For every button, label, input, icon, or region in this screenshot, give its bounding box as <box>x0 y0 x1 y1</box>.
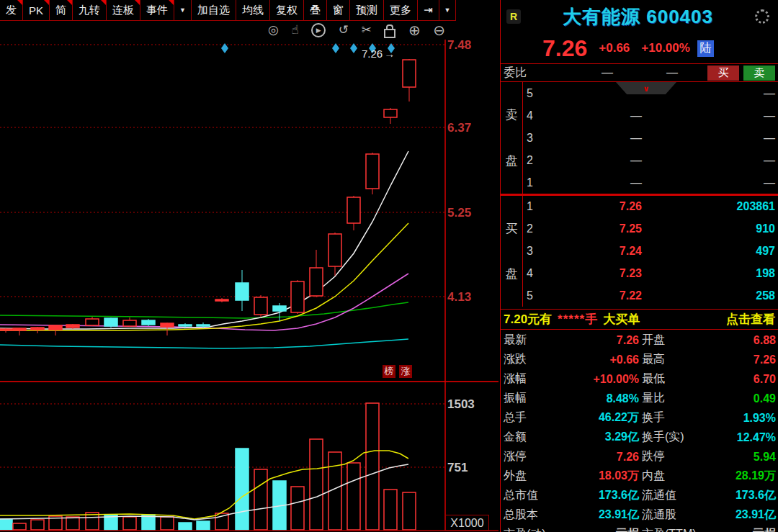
volume: 497 <box>642 245 778 258</box>
volume: 198 <box>642 267 778 280</box>
ticker-unit: 手 <box>585 311 597 328</box>
quote-panel: R 大有能源 600403 7.26 +0.66 +10.00% 陆 委比 — … <box>500 0 778 532</box>
sell-row-4[interactable]: 4—— <box>524 104 778 127</box>
stock-name: 大有能源 <box>563 6 640 27</box>
stats-row-7: 外盘18.03万内盘28.19万 <box>501 466 778 486</box>
stats-row-2: 涨幅+10.00%最低6.70 <box>501 369 778 389</box>
sell-row-1[interactable]: 1—— <box>524 171 778 194</box>
rank-badges: 榜 涨 <box>383 365 412 378</box>
buy-book: 买 盘 17.2620386127.2591037.2449747.231985… <box>501 196 778 307</box>
stats-row-9: 总股本23.91亿流通股23.91亿 <box>501 505 778 525</box>
stats-row-0: 最新7.26开盘6.88 <box>501 330 778 350</box>
kline-canvas[interactable] <box>0 0 500 532</box>
price-tick: 4.13 <box>447 290 471 305</box>
price-tick: 5.25 <box>447 206 471 220</box>
r-marker: R <box>506 9 521 24</box>
buy-row-5[interactable]: 57.22258 <box>524 284 778 307</box>
last-price: 7.26 <box>542 35 587 62</box>
volume: — <box>642 154 778 167</box>
buy-row-1[interactable]: 17.26203861 <box>524 196 778 218</box>
stats-row-5: 金额3.29亿换手(实)12.47% <box>501 428 778 447</box>
chevron-down-icon: ∨ <box>643 85 650 92</box>
price: 7.26 <box>548 200 642 213</box>
buy-row-2[interactable]: 27.25910 <box>524 218 778 240</box>
volume: 203861 <box>642 200 778 213</box>
price: — <box>548 176 642 189</box>
stock-code: 600403 <box>646 6 713 27</box>
volume: 258 <box>642 289 778 302</box>
price: — <box>548 109 642 122</box>
weibi-row: 委比 — — 买 卖 <box>501 63 778 82</box>
price: 7.25 <box>548 222 642 235</box>
price-change: +0.66 <box>599 41 630 55</box>
stats-grid: 最新7.26开盘6.88涨跌+0.66最高7.26涨幅+10.00%最低6.70… <box>501 330 778 532</box>
buy-button[interactable]: 买 <box>707 66 739 81</box>
arrow-icon: → <box>384 48 395 60</box>
price-annotation: 7.26→ <box>362 48 395 60</box>
big-order-ticker[interactable]: 7.20 元有 ***** 手 大买单 点击查看 <box>501 309 778 330</box>
sell-row-3[interactable]: 3—— <box>524 127 778 149</box>
volume-tick: 751 <box>447 461 468 475</box>
stats-row-8: 总市值173.6亿流通值173.6亿 <box>501 486 778 505</box>
price-tick: 6.37 <box>447 121 471 135</box>
volume: — <box>642 132 778 145</box>
weicha-value: — <box>666 66 678 79</box>
buy-row-4[interactable]: 47.23198 <box>524 262 778 284</box>
price: — <box>548 154 642 167</box>
stock-title: 大有能源 600403 <box>521 4 755 30</box>
annotation-price: 7.26 <box>362 48 383 60</box>
price: 7.22 <box>548 289 642 302</box>
exchange-tag: 陆 <box>697 40 714 57</box>
price-change-pct: +10.00% <box>641 41 690 55</box>
volume: — <box>642 176 778 189</box>
ticker-label: 大买单 <box>603 311 640 328</box>
kline-chart[interactable]: 7.486.375.254.131503751 7.26→ 榜 涨 X1000 <box>0 0 500 532</box>
price: — <box>548 132 642 145</box>
trading-app: 发PK简九转连板事件▼加自选均线复权叠窗预测更多⇥▼ ◎☝▶↺✂⊕⊖ 7.486… <box>0 0 778 532</box>
weibi-label: 委比 <box>504 66 527 81</box>
sell-button[interactable]: 卖 <box>743 66 775 81</box>
buy-side-label: 买 盘 <box>501 196 523 307</box>
gear-icon[interactable] <box>755 9 769 24</box>
buy-row-3[interactable]: 37.24497 <box>524 240 778 263</box>
panel-title-row: R 大有能源 600403 <box>501 0 778 33</box>
stats-row-3: 振幅8.48%量比0.49 <box>501 389 778 408</box>
sell-side-label: 卖 盘 <box>501 82 523 194</box>
ticker-text: 元有 <box>527 311 552 328</box>
stats-row-6: 涨停7.26跌停5.94 <box>501 447 778 466</box>
badge-rise[interactable]: 涨 <box>399 365 412 378</box>
volume: 910 <box>642 222 778 235</box>
volume-unit-label: X1000 <box>445 515 489 531</box>
price: 7.24 <box>548 245 642 258</box>
weibi-value: — <box>602 66 613 79</box>
sell-row-2[interactable]: 2—— <box>524 149 778 171</box>
ticker-stars: ***** <box>558 312 585 327</box>
volume-tick: 1503 <box>447 397 475 412</box>
panel-price-row: 7.26 +0.66 +10.00% 陆 <box>501 33 778 63</box>
price: 7.23 <box>548 267 642 280</box>
stats-row-10: 市盈(动)亏损市盈(TTM)亏损 <box>501 525 778 532</box>
stats-row-1: 涨跌+0.66最高7.26 <box>501 350 778 369</box>
volume: — <box>642 109 778 122</box>
sell-book: 卖 盘 5—4——3——2——1—— ∨ <box>501 82 778 194</box>
price-tick: 7.48 <box>447 38 471 53</box>
view-details-link[interactable]: 点击查看 <box>726 311 775 328</box>
ticker-price: 7.20 <box>504 312 527 327</box>
stats-row-4: 总手46.22万换手1.93% <box>501 408 778 428</box>
badge-rank[interactable]: 榜 <box>383 365 395 378</box>
